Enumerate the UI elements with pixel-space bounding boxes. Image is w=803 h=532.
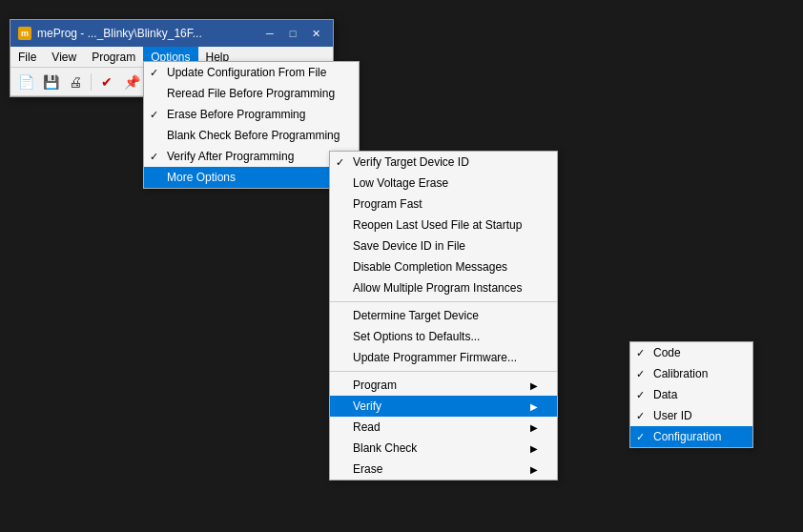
- check-verify-after: ✓: [150, 151, 158, 163]
- check-configuration: ✓: [636, 431, 645, 443]
- more-label-determine-target: Determine Target Device: [353, 309, 479, 322]
- more-item-reopen-last[interactable]: Reopen Last Used File at Startup: [330, 215, 557, 235]
- more-item-low-voltage-erase[interactable]: Low Voltage Erase: [330, 173, 557, 194]
- verify-arrow-icon: ▶: [530, 401, 538, 412]
- toolbar-print[interactable]: 🖨: [64, 71, 87, 93]
- verify-item-data[interactable]: ✓ Data: [630, 384, 752, 405]
- toolbar-separator-1: [91, 73, 92, 91]
- options-item-update-config[interactable]: ✓ Update Configuration From File: [144, 62, 359, 83]
- more-label-read: Read: [353, 420, 381, 434]
- more-item-erase[interactable]: Erase ▶: [330, 459, 557, 480]
- options-label-more-options: More Options: [167, 171, 236, 184]
- title-bar-left: m meProg - ..._Blinky\Blinky_16F...: [18, 27, 202, 40]
- more-item-determine-target[interactable]: Determine Target Device: [330, 305, 557, 326]
- more-label-update-firmware: Update Programmer Firmware...: [353, 351, 517, 364]
- more-item-disable-completion[interactable]: Disable Completion Messages: [330, 256, 557, 277]
- title-controls: ─ □ ✕: [260, 26, 325, 41]
- options-label-reread-file: Reread File Before Programming: [167, 87, 335, 100]
- menu-view[interactable]: View: [44, 47, 84, 67]
- close-button[interactable]: ✕: [306, 26, 325, 41]
- options-item-erase-before[interactable]: ✓ Erase Before Programming: [144, 104, 359, 125]
- verify-label-configuration: Configuration: [653, 430, 721, 443]
- options-dropdown: ✓ Update Configuration From File Reread …: [143, 61, 360, 189]
- options-item-reread-file[interactable]: Reread File Before Programming: [144, 83, 359, 104]
- options-label-blank-check: Blank Check Before Programming: [167, 129, 340, 142]
- verify-item-user-id[interactable]: ✓ User ID: [630, 405, 752, 426]
- check-code: ✓: [636, 347, 645, 359]
- more-label-erase: Erase: [353, 462, 382, 476]
- more-label-allow-multiple: Allow Multiple Program Instances: [353, 281, 522, 295]
- blank-check-arrow-icon: ▶: [530, 443, 538, 454]
- more-item-save-device-id[interactable]: Save Device ID in File: [330, 235, 557, 256]
- toolbar-save[interactable]: 💾: [39, 71, 62, 93]
- verify-label-data: Data: [653, 388, 677, 401]
- app-icon: m: [18, 27, 31, 40]
- title-bar: m meProg - ..._Blinky\Blinky_16F... ─ □ …: [10, 20, 333, 47]
- more-label-verify-device-id: Verify Target Device ID: [353, 155, 469, 169]
- menu-file[interactable]: File: [10, 47, 44, 67]
- more-item-verify[interactable]: Verify ▶: [330, 396, 557, 417]
- check-user-id: ✓: [636, 410, 645, 422]
- more-item-program[interactable]: Program ▶: [330, 375, 557, 396]
- maximize-button[interactable]: □: [283, 26, 302, 41]
- toolbar-verify[interactable]: ✔: [95, 71, 118, 93]
- more-label-verify: Verify: [353, 399, 381, 413]
- sep-1: [330, 301, 557, 302]
- more-item-allow-multiple[interactable]: Allow Multiple Program Instances: [330, 277, 557, 298]
- more-label-program-fast: Program Fast: [353, 197, 422, 211]
- more-item-verify-device-id[interactable]: ✓ Verify Target Device ID: [330, 152, 557, 173]
- more-item-program-fast[interactable]: Program Fast: [330, 194, 557, 215]
- options-item-blank-check[interactable]: Blank Check Before Programming: [144, 125, 359, 146]
- check-update-config: ✓: [150, 67, 158, 79]
- read-arrow-icon: ▶: [530, 422, 538, 433]
- more-label-reopen-last: Reopen Last Used File at Startup: [353, 218, 522, 232]
- options-label-verify-after: Verify After Programming: [167, 150, 294, 163]
- more-label-blank-check: Blank Check: [353, 441, 417, 455]
- more-item-set-defaults[interactable]: Set Options to Defaults...: [330, 326, 557, 347]
- more-item-blank-check[interactable]: Blank Check ▶: [330, 438, 557, 459]
- verify-label-code: Code: [653, 346, 681, 359]
- window-title: meProg - ..._Blinky\Blinky_16F...: [37, 27, 202, 40]
- more-label-program: Program: [353, 379, 397, 392]
- toolbar-open[interactable]: 📄: [14, 71, 37, 93]
- more-label-disable-completion: Disable Completion Messages: [353, 260, 507, 274]
- check-calibration: ✓: [636, 368, 645, 380]
- minimize-button[interactable]: ─: [260, 26, 279, 41]
- options-item-verify-after[interactable]: ✓ Verify After Programming: [144, 146, 359, 167]
- more-item-read[interactable]: Read ▶: [330, 417, 557, 438]
- check-data: ✓: [636, 389, 645, 401]
- options-item-more-options[interactable]: More Options ▶: [144, 167, 359, 188]
- more-item-update-firmware[interactable]: Update Programmer Firmware...: [330, 347, 557, 368]
- check-verify-device-id: ✓: [336, 156, 344, 169]
- erase-arrow-icon: ▶: [530, 464, 538, 475]
- check-erase-before: ✓: [150, 109, 158, 121]
- more-label-set-defaults: Set Options to Defaults...: [353, 330, 480, 343]
- verify-item-calibration[interactable]: ✓ Calibration: [630, 363, 752, 384]
- verify-item-configuration[interactable]: ✓ Configuration: [630, 426, 752, 447]
- more-label-save-device-id: Save Device ID in File: [353, 239, 465, 253]
- options-label-erase-before: Erase Before Programming: [167, 108, 305, 121]
- menu-program[interactable]: Program: [84, 47, 143, 67]
- sep-2: [330, 371, 557, 372]
- verify-item-code[interactable]: ✓ Code: [630, 342, 752, 363]
- verify-dropdown: ✓ Code ✓ Calibration ✓ Data ✓ User ID ✓ …: [629, 341, 753, 448]
- more-options-dropdown: ✓ Verify Target Device ID Low Voltage Er…: [329, 151, 558, 481]
- verify-label-user-id: User ID: [653, 409, 692, 422]
- toolbar-pin[interactable]: 📌: [120, 71, 143, 93]
- verify-label-calibration: Calibration: [653, 367, 708, 380]
- more-label-low-voltage-erase: Low Voltage Erase: [353, 176, 448, 190]
- program-arrow-icon: ▶: [530, 380, 538, 391]
- options-label-update-config: Update Configuration From File: [167, 66, 326, 79]
